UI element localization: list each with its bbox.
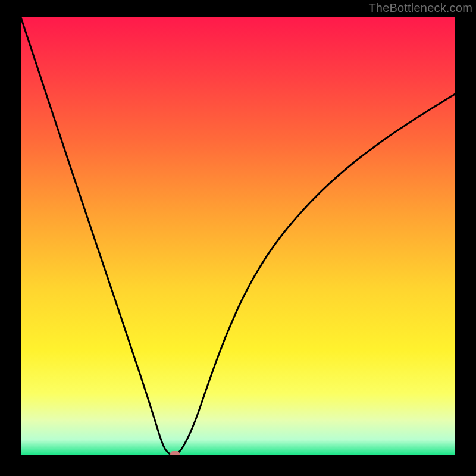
watermark-text: TheBottleneck.com [368,1,472,15]
chart-frame: TheBottleneck.com [0,0,476,476]
gradient-rect [21,17,455,455]
gradient-background [21,17,455,455]
plot-area [21,17,455,455]
